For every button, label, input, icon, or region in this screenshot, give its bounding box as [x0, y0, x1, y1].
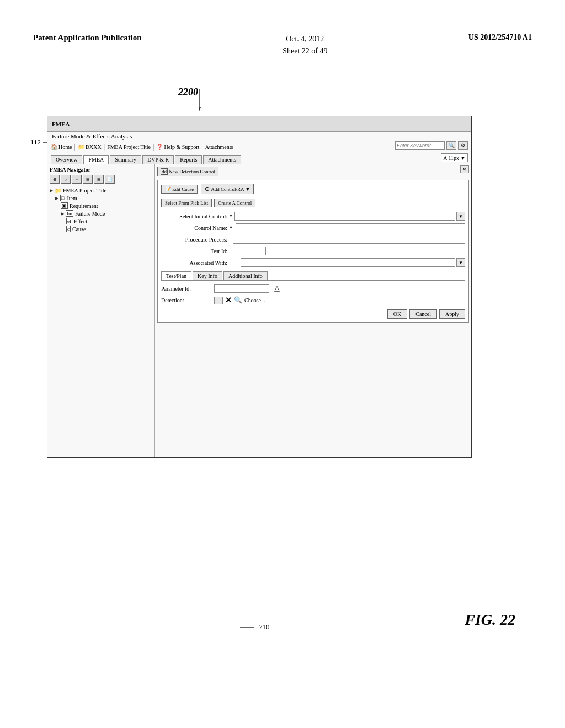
- nav-help-label: Help & Support: [164, 144, 199, 150]
- nav-project-label: FMEA Project Title: [107, 144, 151, 150]
- content-area: FMEA Navigator ⊕ ○ ≡ ⊞ ⊟ 📄 ▶ 📁 FMEA Proj…: [47, 164, 471, 457]
- search-icon-btn[interactable]: 🔍: [446, 141, 456, 150]
- nav-btn-list2[interactable]: ⊞: [83, 175, 93, 184]
- parameter-id-label: Parameter Id:: [161, 286, 211, 292]
- select-initial-controls: ▼: [234, 212, 465, 221]
- help-icon: ❓: [156, 144, 163, 150]
- tree-arrow-project: ▶: [50, 188, 53, 193]
- nav-home-label: Home: [58, 144, 72, 150]
- nav-sep1: |: [74, 143, 75, 151]
- form-row-associated: Associated With: ▼: [161, 258, 465, 267]
- nav-attachments[interactable]: Attachments: [205, 144, 233, 150]
- window-title-main: FMEA: [52, 121, 70, 127]
- window-subtitle: Failure Mode & Effects Analysis: [52, 132, 132, 141]
- add-control-label: Add Control/RA: [211, 186, 244, 192]
- inner-tab-additionalinfo[interactable]: Additional Info: [223, 271, 268, 280]
- new-detection-label: New Detection Control: [169, 169, 215, 174]
- bottom-buttons: OK Cancel Apply: [161, 309, 465, 319]
- detection-search-icon[interactable]: 🔍: [234, 296, 242, 304]
- nav-btn-circle[interactable]: ○: [61, 175, 71, 184]
- edit-icon: 📝: [165, 186, 171, 192]
- select-from-pick-list-btn[interactable]: Select From Pick List: [161, 199, 212, 207]
- inner-tab-keyinfo[interactable]: Key Info: [193, 271, 222, 280]
- form-row-select-initial: Select Initial Control: * ▼: [161, 212, 465, 221]
- form-row-test-id: Test Id:: [161, 247, 465, 255]
- tree-cause-label: Cause: [72, 226, 86, 232]
- tree-requirement-label: Requirement: [70, 203, 98, 209]
- tree-item-failuremode[interactable]: ▶ fm Failure Mode: [61, 210, 152, 217]
- test-id-input[interactable]: [233, 247, 266, 255]
- cancel-btn[interactable]: Cancel: [409, 309, 437, 319]
- right-panel: dd New Detection Control ✕ 📝 Edit Cause: [155, 164, 471, 457]
- tree-item-cause[interactable]: c Cause: [66, 225, 152, 233]
- triangle-icon: △: [273, 284, 281, 293]
- tree-item-label: Item: [67, 195, 77, 201]
- header-center: Oct. 4, 2012 Sheet 22 of 49: [282, 33, 327, 58]
- nav-btn-list3[interactable]: ⊟: [94, 175, 104, 184]
- create-control-btn[interactable]: Create A Control: [214, 199, 255, 207]
- procedure-input[interactable]: [233, 235, 465, 244]
- tree-item-requirement[interactable]: ▣ Requirement: [61, 202, 152, 210]
- label-710-group: 710: [240, 623, 270, 631]
- req-tree-icon: ▣: [61, 202, 68, 209]
- nav-btn-list1[interactable]: ≡: [72, 175, 82, 184]
- add-control-btn[interactable]: ⊕ Add Control/RA ▼: [201, 184, 254, 194]
- arrow-2200: [199, 87, 227, 114]
- nav-project-title[interactable]: FMEA Project Title: [107, 144, 151, 150]
- nav-sep2: |: [104, 143, 105, 151]
- nav-folder[interactable]: 📁 DXXX: [78, 144, 102, 150]
- bottom-row-detection: Detection: ✕ 🔍 Choose...: [161, 296, 465, 305]
- nav-home[interactable]: 🏠 Home: [51, 144, 72, 150]
- tree-arrow-item: ▶: [55, 196, 58, 201]
- tab-bar: Overview FMEA Summary DVP & R Reports At…: [47, 153, 471, 164]
- main-window: FMEA Failure Mode & Effects Analysis 🏠 H…: [47, 116, 472, 458]
- choose-text: Choose...: [244, 297, 265, 303]
- settings-icon-btn[interactable]: ⚙: [458, 141, 468, 150]
- detection-x-icon: ✕: [225, 296, 232, 305]
- select-pick-list-label: Select From Pick List: [165, 200, 208, 206]
- folder-tree-icon: 📁: [55, 188, 61, 194]
- tab-reports[interactable]: Reports: [175, 155, 202, 164]
- tab-attachments[interactable]: Attachments: [203, 155, 241, 164]
- fig-label: FIG. 22: [465, 611, 515, 629]
- detection-checkbox[interactable]: [214, 297, 223, 304]
- label-112: 112: [30, 138, 41, 147]
- control-buttons-row: Select From Pick List Create A Control: [161, 199, 465, 207]
- associated-label: Associated With:: [161, 260, 227, 266]
- close-panel-icon[interactable]: ✕: [460, 165, 469, 173]
- select-initial-dropdown[interactable]: ▼: [456, 212, 465, 221]
- edit-cause-btn[interactable]: 📝 Edit Cause: [161, 185, 198, 194]
- detection-top-buttons: 📝 Edit Cause ⊕ Add Control/RA ▼: [161, 184, 465, 194]
- select-initial-input[interactable]: [234, 212, 455, 221]
- tree-effect-label: Effect: [74, 218, 87, 224]
- associated-input[interactable]: [241, 258, 455, 267]
- detection-label: Detection:: [161, 297, 211, 303]
- tree-item-effect[interactable]: ef Effect: [66, 217, 152, 225]
- new-detection-control-btn[interactable]: dd New Detection Control: [157, 167, 218, 176]
- associated-checkbox[interactable]: [230, 259, 237, 266]
- nav-help[interactable]: ❓ Help & Support: [156, 144, 199, 150]
- nav-btn-doc[interactable]: 📄: [105, 175, 115, 184]
- associated-controls: ▼: [241, 258, 465, 267]
- parameter-id-input[interactable]: [214, 284, 269, 293]
- tab-summary[interactable]: Summary: [110, 155, 141, 164]
- tab-dvpr[interactable]: DVP & R: [142, 155, 174, 164]
- search-input[interactable]: [395, 141, 445, 150]
- tab-overview[interactable]: Overview: [51, 155, 82, 164]
- tree-item-project[interactable]: ▶ 📁 FMEA Project Title: [50, 187, 152, 194]
- nav-btn-plus[interactable]: ⊕: [50, 175, 60, 184]
- label-2200-group: 2200: [178, 87, 198, 98]
- tab-fmea[interactable]: FMEA: [83, 155, 109, 164]
- tree-item-item[interactable]: ▶ □ Item: [55, 194, 152, 202]
- bottom-form: Parameter Id: △ Detection: ✕ 🔍 Choose...: [161, 284, 465, 305]
- create-control-label: Create A Control: [218, 200, 252, 206]
- inner-tab-testplan[interactable]: Test/Plan: [161, 271, 191, 280]
- control-name-input[interactable]: [236, 223, 465, 232]
- apply-btn[interactable]: Apply: [439, 309, 465, 319]
- associated-dropdown[interactable]: ▼: [456, 258, 465, 267]
- ok-btn[interactable]: OK: [387, 309, 407, 319]
- nav-attachments-label: Attachments: [205, 144, 233, 150]
- diagram-container: 112 2200 FMEA Failure Mode & Effects Ana…: [30, 85, 548, 662]
- label-710: 710: [259, 623, 270, 631]
- tree-project-label: FMEA Project Title: [63, 188, 106, 194]
